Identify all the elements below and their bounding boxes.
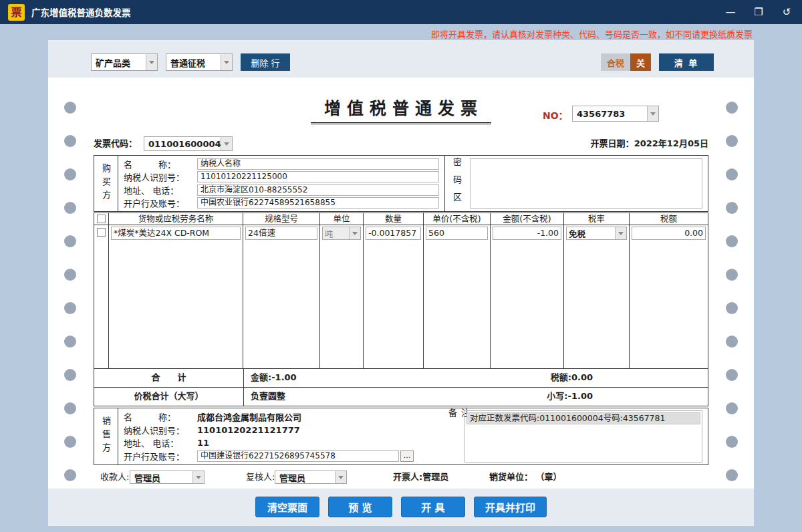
tax-mode-select[interactable]: 普通征税: [166, 53, 233, 71]
buyer-fields: 名 称： 纳税人名称 纳税人识别号： 11010120221125000 地址、…: [118, 156, 444, 211]
reviewer-value: 管理员: [275, 471, 335, 483]
invoice-code-select[interactable]: 011001600004: [144, 136, 233, 151]
seller-fields: 名 称： 成都台鸿金属制品有限公司 纳税人识别号： 11010120221121…: [118, 408, 452, 464]
tax-mode-select-value: 普通征税: [166, 54, 221, 70]
punch-hole: [64, 336, 76, 348]
category-select[interactable]: 矿产品类: [91, 53, 158, 71]
punch-hole: [64, 402, 76, 414]
totals-label: 合 计: [94, 369, 244, 387]
chevron-down-icon: [221, 54, 232, 70]
select-column: [94, 213, 109, 368]
remark-box: 对应正数发票代码:011001600004号码:43567781: [464, 410, 702, 462]
invoice-no-label: NO：: [543, 108, 568, 122]
punch-hole: [64, 202, 76, 214]
buyer-address-input[interactable]: 北京市海淀区010-88255552: [197, 184, 439, 196]
delete-row-button[interactable]: 删除 行: [241, 53, 290, 71]
item-amount-input[interactable]: -1.00: [493, 227, 561, 240]
buyer-taxid-label: 纳税人识别号：: [124, 170, 197, 183]
punch-hole: [726, 336, 738, 348]
header-item-name: 货物或应税劳务名称: [109, 213, 243, 225]
seller-name-value: 成都台鸿金属制品有限公司: [197, 410, 301, 423]
punch-hole: [726, 302, 738, 314]
minimize-icon[interactable]: —: [723, 6, 738, 18]
punch-hole: [726, 402, 738, 414]
remark-value-input[interactable]: 对应正数发票代码:011001600004号码:43567781: [466, 412, 700, 424]
reviewer-select[interactable]: 管理员: [275, 471, 347, 484]
punch-hole: [64, 135, 76, 147]
merge-tax-toggle[interactable]: 合税 关: [601, 53, 651, 71]
bank-more-button[interactable]: …: [400, 450, 414, 462]
item-unit-price-input[interactable]: 560: [426, 227, 488, 240]
buyer-name-input[interactable]: 纳税人名称: [197, 158, 439, 170]
password-area-box: [470, 158, 702, 209]
reviewer-label: 复核人:: [246, 471, 275, 484]
invoice-no-select[interactable]: 43567783: [572, 106, 659, 122]
clear-invoice-button[interactable]: 清空票面: [255, 497, 319, 517]
merge-tax-label: 合税: [601, 53, 630, 71]
invoice-date-label: 开票日期：: [591, 138, 634, 148]
item-tax-rate-select[interactable]: 免税: [566, 227, 627, 240]
payee-select[interactable]: 管理员: [130, 471, 205, 484]
seller-bank-input[interactable]: 中国建设银行62271526895745578: [197, 450, 399, 462]
column-item-name: 货物或应税劳务名称 *煤炭*美达24X CD-ROM: [109, 213, 243, 368]
totals-values: 金额:-1.00 税额:0.00: [244, 369, 708, 387]
preview-button[interactable]: 预 览: [328, 497, 392, 517]
punch-hole: [64, 302, 76, 314]
punch-hole: [726, 369, 738, 381]
header-spec: 规格型号: [243, 213, 319, 225]
issue-and-print-button[interactable]: 开具并打印: [474, 497, 547, 517]
punch-hole: [726, 269, 738, 281]
buyer-taxid-input[interactable]: 11010120221125000: [197, 171, 439, 182]
item-tax-amount-input[interactable]: 0.00: [632, 227, 706, 240]
buyer-side-label: 购买方: [94, 156, 118, 211]
password-area-label: 密码区: [444, 156, 469, 211]
row-checkbox[interactable]: [97, 228, 106, 237]
merge-tax-state: 关: [630, 53, 651, 71]
header-tax-amount: 税额: [630, 213, 708, 225]
header-unit-price: 单价(不含税): [424, 213, 490, 225]
item-spec-input[interactable]: 24倍速: [245, 227, 317, 240]
column-spec: 规格型号 24倍速: [243, 213, 320, 368]
punch-hole: [726, 202, 738, 214]
toolbar: 矿产品类 普通征税 删除 行 合税 关 清 单: [48, 53, 754, 71]
column-unit: 单位 吨: [320, 213, 364, 368]
item-quantity-input[interactable]: -0.0017857: [366, 227, 421, 240]
chevron-down-icon: [335, 471, 346, 483]
app-window: 票 广东增值税普通负数发票 — ❐ ↺ 即将开具发票，请认真核对发票种类、代码、…: [0, 0, 802, 532]
list-button[interactable]: 清 单: [659, 53, 714, 71]
chevron-down-icon: [647, 106, 658, 121]
maximize-icon[interactable]: ❐: [751, 6, 766, 18]
payee-value: 管理员: [130, 471, 192, 483]
item-unit-value: 吨: [323, 227, 349, 239]
grand-total-numeric: 小写:-1.00: [547, 388, 593, 405]
column-tax-amount: 税额 0.00: [630, 213, 708, 368]
drawer-field: 开票人:管理员: [393, 471, 448, 484]
item-name-input[interactable]: *煤炭*美达24X CD-ROM: [111, 227, 241, 240]
buyer-bank-label: 开户行及账号：: [124, 196, 197, 209]
select-all-checkbox[interactable]: [97, 215, 106, 223]
invoice-paper: 增值税普通发票 NO： 43567783 发票代码： 011001600004 …: [48, 78, 754, 489]
totals-row: 合 计 金额:-1.00 税额:0.00: [94, 369, 708, 388]
buyer-bank-input[interactable]: 中国农业银行62274589521658855: [197, 197, 439, 209]
issue-button[interactable]: 开 具: [401, 497, 465, 517]
buyer-address-label: 地址、 电话：: [124, 184, 197, 196]
punch-hole: [64, 168, 76, 180]
seller-name-label: 名 称：: [124, 410, 197, 423]
header-quantity: 数量: [364, 213, 423, 225]
punch-hole: [64, 102, 76, 114]
seller-taxid-label: 纳税人识别号：: [124, 424, 197, 436]
seller-address-label: 地址、 电话：: [124, 436, 197, 449]
item-unit-select[interactable]: 吨: [322, 227, 361, 240]
titlebar: 票 广东增值税普通负数发票 — ❐ ↺: [0, 0, 802, 24]
punch-hole: [64, 469, 76, 481]
warning-message: 即将开具发票，请认真核对发票种类、代码、号码是否一致，如不同请更换纸质发票: [431, 27, 753, 40]
grand-total-words: 负壹圆整: [251, 391, 285, 401]
chevron-down-icon: [615, 227, 626, 239]
drawer-value: 管理员: [422, 472, 448, 482]
buyer-section: 购买方 名 称： 纳税人名称 纳税人识别号： 11010120221125000: [94, 155, 708, 212]
action-bar: 清空票面 预 览 开 具 开具并打印: [48, 497, 754, 517]
undo-icon[interactable]: ↺: [779, 6, 794, 18]
remark-label: 备注: [452, 408, 464, 464]
seller-bank-label: 开户行及账号：: [124, 450, 197, 462]
invoice-footer: 收款人: 管理员 复核人: 管理员 开票人:管理员 销货单位： （章）: [94, 471, 708, 485]
